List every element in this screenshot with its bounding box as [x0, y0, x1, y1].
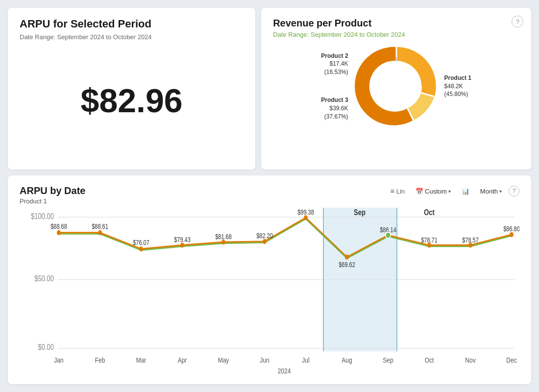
dot-jul	[304, 215, 308, 220]
x-nov: Nov	[465, 356, 475, 365]
arpu-by-date-title: ARPU by Date	[20, 185, 85, 196]
dp-mar: $76.07	[133, 239, 149, 247]
x-jan: Jan	[54, 356, 63, 365]
year-label: 2024	[278, 367, 291, 375]
dp-jan: $88.68	[50, 223, 67, 231]
arpu-by-date-card: ARPU by Date Product 1 ≡ Lin 📅 Custom ▾ …	[8, 175, 531, 384]
donut-hole	[375, 65, 418, 108]
dot-apr	[180, 243, 184, 247]
bar-chart-icon-btn[interactable]: 📊	[458, 186, 473, 197]
chart-controls: ≡ Lin 📅 Custom ▾ 📊 Month ▾ ?	[387, 185, 519, 197]
calendar-icon: 📅	[416, 188, 423, 195]
arpu-by-date-subtitle: Product 1	[20, 197, 85, 205]
lin-button[interactable]: ≡ Lin	[387, 185, 409, 197]
arpu-date-range: Date Range: September 2024 to October 20…	[20, 33, 244, 41]
arpu-card-title: ARPU for Selected Period	[20, 18, 244, 30]
y-label-100: $100.00	[31, 212, 54, 220]
list-icon: ≡	[391, 187, 394, 195]
revenue-per-product-card: Revenue per Product Date Range: Septembe…	[261, 8, 531, 170]
x-apr: Apr	[178, 356, 187, 365]
dp-apr: $79.43	[174, 236, 191, 244]
revenue-date-range: Date Range: September 2024 to October 20…	[273, 31, 519, 38]
donut-group	[354, 47, 435, 125]
dot-dec	[510, 232, 514, 237]
y-label-0: $0.00	[38, 343, 54, 352]
dp-jul: $99.38	[297, 209, 314, 217]
product2-label: Product 2$17.4K(16.53%)	[321, 52, 348, 76]
green-line	[59, 219, 512, 258]
custom-dropdown[interactable]: 📅 Custom ▾	[412, 186, 455, 197]
oct-header: Oct	[424, 208, 435, 217]
x-mar: Mar	[136, 356, 147, 365]
product3-label: Product 3$39.6K(37.67%)	[321, 96, 348, 121]
x-jun: Jun	[260, 356, 269, 365]
x-dec: Dec	[506, 356, 516, 365]
month-dropdown[interactable]: Month ▾	[476, 186, 506, 197]
y-label-50: $50.00	[34, 274, 54, 283]
lin-label: Lin	[396, 188, 405, 195]
revenue-help-icon[interactable]: ?	[512, 16, 523, 27]
chart-title-group: ARPU by Date Product 1	[20, 185, 85, 205]
month-caret: ▾	[499, 189, 502, 194]
dot-feb	[98, 230, 102, 235]
dot-jan	[57, 230, 61, 235]
revenue-card-title: Revenue per Product	[273, 18, 519, 29]
x-aug: Aug	[342, 356, 352, 365]
x-oct: Oct	[425, 356, 434, 365]
line-chart-area: $100.00 $50.00 $0.00 $88.68 $88.6	[20, 208, 519, 376]
donut-labels-right: Product 1$48.2K(45.80%)	[444, 74, 471, 98]
arpu-value: $82.96	[20, 81, 244, 120]
x-may: May	[218, 356, 229, 365]
arpu-selected-period-card: ARPU for Selected Period Date Range: Sep…	[8, 8, 255, 170]
dot-sep	[386, 232, 391, 239]
dot-jun	[263, 239, 267, 244]
x-feb: Feb	[95, 356, 105, 365]
dot-oct	[427, 243, 431, 247]
dp-aug: $69.62	[339, 261, 355, 269]
dp-dec: $86.80	[503, 225, 519, 233]
dp-feb: $88.61	[92, 223, 108, 231]
x-jul: Jul	[302, 356, 309, 365]
dot-mar	[139, 246, 143, 251]
donut-chart-area: Product 2$17.4K(16.53%) Product 3$39.6K(…	[273, 42, 519, 130]
dot-may	[221, 240, 225, 245]
chart-header-row: ARPU by Date Product 1 ≡ Lin 📅 Custom ▾ …	[20, 185, 519, 205]
x-sep: Sep	[383, 356, 393, 365]
orange-line	[59, 218, 512, 257]
custom-caret: ▾	[448, 189, 451, 194]
line-chart-svg: $100.00 $50.00 $0.00 $88.68 $88.6	[20, 208, 519, 376]
dot-aug	[345, 255, 349, 260]
chart-help-icon[interactable]: ?	[509, 186, 519, 196]
bar-icon: 📊	[462, 188, 469, 195]
sep-header: Sep	[354, 208, 366, 217]
donut-svg	[352, 42, 441, 130]
dp-jun: $82.20	[256, 232, 273, 240]
month-label: Month	[480, 188, 498, 195]
dot-nov	[468, 243, 472, 247]
custom-label: Custom	[425, 188, 447, 195]
donut-labels-left: Product 2$17.4K(16.53%) Product 3$39.6K(…	[321, 52, 348, 121]
product1-label: Product 1$48.2K(45.80%)	[444, 74, 471, 98]
dp-may: $81.68	[215, 233, 232, 241]
